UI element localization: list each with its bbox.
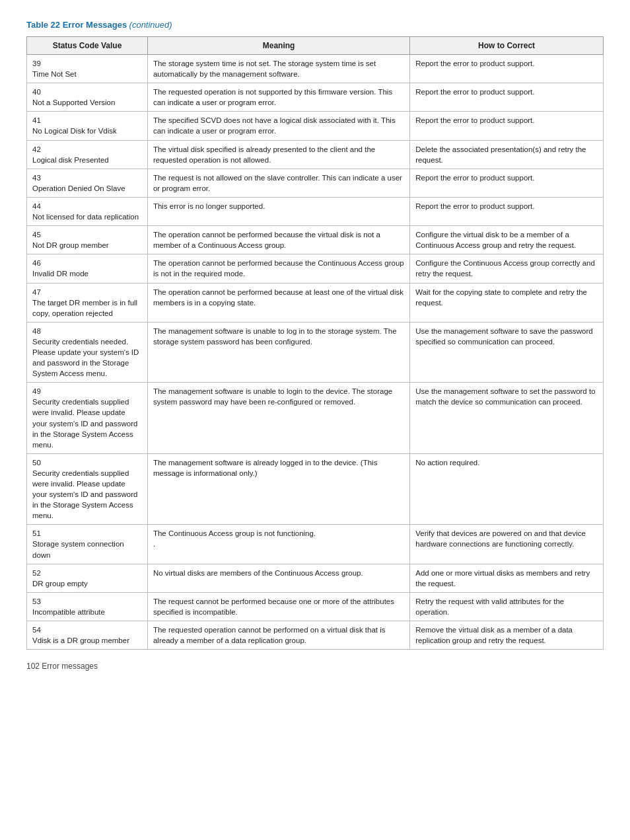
cell-meaning: The operation cannot be performed becaus… [147,226,409,254]
cell-how-to-correct: Verify that devices are powered on and t… [410,525,604,564]
header-how-to-correct: How to Correct [410,37,604,55]
table-row: 44 Not licensed for data replicationThis… [27,197,604,225]
cell-how-to-correct: Report the error to product support. [410,112,604,140]
cell-status-code: 48 Security credentials needed. Please u… [27,322,148,382]
table-row: 42 Logical disk PresentedThe virtual dis… [27,140,604,169]
cell-how-to-correct: Report the error to product support. [410,197,604,225]
table-row: 46 Invalid DR modeThe operation cannot b… [27,254,604,283]
cell-meaning: The requested operation cannot be perfor… [147,621,409,650]
table-header-row: Status Code Value Meaning How to Correct [27,37,604,55]
header-status-code: Status Code Value [27,37,148,55]
page-title: Table 22 Error Messages (continued) [26,20,604,30]
cell-how-to-correct: Report the error to product support. [410,55,604,83]
cell-status-code: 40 Not a Supported Version [27,83,148,112]
cell-meaning: The management software is unable to log… [147,383,409,454]
cell-how-to-correct: Remove the virtual disk as a member of a… [410,621,604,650]
cell-status-code: 54 Vdisk is a DR group member [27,621,148,650]
cell-meaning: The Continuous Access group is not funct… [147,525,409,564]
cell-meaning: The requested operation is not supported… [147,83,409,112]
cell-how-to-correct: Use the management software to save the … [410,322,604,382]
table-row: 39 Time Not SetThe storage system time i… [27,55,604,83]
table-row: 40 Not a Supported VersionThe requested … [27,83,604,112]
cell-meaning: The virtual disk specified is already pr… [147,140,409,169]
cell-how-to-correct: Retry the request with valid attributes … [410,592,604,621]
cell-status-code: 43 Operation Denied On Slave [27,169,148,197]
cell-status-code: 46 Invalid DR mode [27,254,148,283]
cell-how-to-correct: Delete the associated presentation(s) an… [410,140,604,169]
cell-how-to-correct: Wait for the copying state to complete a… [410,283,604,322]
cell-status-code: 52 DR group empty [27,564,148,592]
cell-meaning: The request cannot be performed because … [147,592,409,621]
cell-how-to-correct: No action required. [410,453,604,525]
cell-meaning: The storage system time is not set. The … [147,55,409,83]
cell-how-to-correct: Report the error to product support. [410,83,604,112]
header-meaning: Meaning [147,37,409,55]
page-number: 102 Error messages [26,662,98,671]
cell-status-code: 47 The target DR member is in full copy,… [27,283,148,322]
table-row: 49 Security credentials supplied were in… [27,383,604,454]
cell-how-to-correct: Configure the Continuous Access group co… [410,254,604,283]
cell-meaning: This error is no longer supported. [147,197,409,225]
error-messages-table: Status Code Value Meaning How to Correct… [26,36,604,650]
cell-how-to-correct: Add one or more virtual disks as members… [410,564,604,592]
table-row: 52 DR group emptyNo virtual disks are me… [27,564,604,592]
cell-meaning: The request is not allowed on the slave … [147,169,409,197]
cell-status-code: 53 Incompatible attribute [27,592,148,621]
page-footer: 102 Error messages [26,662,604,671]
table-row: 51 Storage system connection downThe Con… [27,525,604,564]
cell-status-code: 39 Time Not Set [27,55,148,83]
cell-meaning: The operation cannot be performed becaus… [147,254,409,283]
cell-meaning: The management software is unable to log… [147,322,409,382]
cell-status-code: 44 Not licensed for data replication [27,197,148,225]
cell-meaning: The operation cannot be performed becaus… [147,283,409,322]
cell-meaning: The management software is already logge… [147,453,409,525]
cell-how-to-correct: Report the error to product support. [410,169,604,197]
table-row: 48 Security credentials needed. Please u… [27,322,604,382]
cell-status-code: 41 No Logical Disk for Vdisk [27,112,148,140]
cell-status-code: 45 Not DR group member [27,226,148,254]
cell-how-to-correct: Configure the virtual disk to be a membe… [410,226,604,254]
table-row: 41 No Logical Disk for VdiskThe specifie… [27,112,604,140]
cell-status-code: 50 Security credentials supplied were in… [27,453,148,525]
cell-status-code: 51 Storage system connection down [27,525,148,564]
table-row: 47 The target DR member is in full copy,… [27,283,604,322]
cell-meaning: No virtual disks are members of the Cont… [147,564,409,592]
cell-status-code: 49 Security credentials supplied were in… [27,383,148,454]
table-row: 54 Vdisk is a DR group memberThe request… [27,621,604,650]
table-row: 53 Incompatible attributeThe request can… [27,592,604,621]
table-label: Table 22 Error Messages [26,20,127,30]
table-row: 43 Operation Denied On SlaveThe request … [27,169,604,197]
cell-how-to-correct: Use the management software to set the p… [410,383,604,454]
cell-meaning: The specified SCVD does not have a logic… [147,112,409,140]
cell-status-code: 42 Logical disk Presented [27,140,148,169]
continued-label: (continued) [129,20,172,30]
table-row: 50 Security credentials supplied were in… [27,453,604,525]
table-row: 45 Not DR group memberThe operation cann… [27,226,604,254]
